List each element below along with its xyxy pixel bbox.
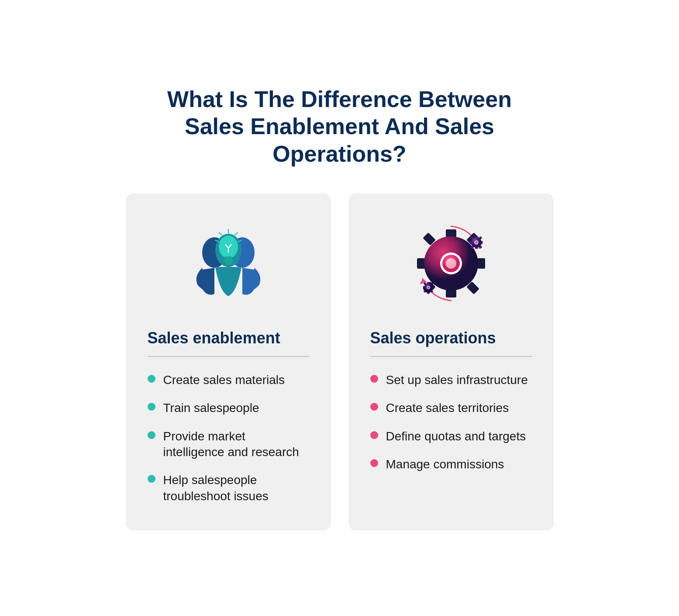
list-item-text: Set up sales infrastructure <box>386 372 528 388</box>
list-item: Provide market intelligence and research <box>148 429 309 460</box>
list-item-text: Define quotas and targets <box>386 429 526 444</box>
svg-rect-6 <box>225 261 231 265</box>
list-item-text: Create sales territories <box>386 400 509 416</box>
list-item: Train salespeople <box>148 400 309 416</box>
svg-rect-19 <box>477 258 485 269</box>
bullet-icon <box>148 475 155 483</box>
list-item-text: Provide market intelligence and research <box>163 429 309 460</box>
svg-line-11 <box>235 232 238 235</box>
bullet-icon <box>370 403 378 411</box>
sales-enablement-icon <box>148 215 309 311</box>
sales-enablement-divider <box>148 356 309 357</box>
svg-point-50 <box>427 286 429 288</box>
list-item: Define quotas and targets <box>370 429 532 444</box>
bullet-icon <box>370 431 378 439</box>
list-item-text: Manage commissions <box>386 457 504 472</box>
svg-point-28 <box>446 258 456 269</box>
svg-line-12 <box>219 232 222 235</box>
list-item: Create sales materials <box>148 372 309 388</box>
svg-point-3 <box>219 235 238 258</box>
list-item-text: Create sales materials <box>163 372 285 388</box>
svg-rect-17 <box>446 229 456 237</box>
sales-enablement-list: Create sales materials Train salespeople… <box>148 372 309 504</box>
bullet-icon <box>148 431 155 439</box>
sales-operations-card: Sales operations Set up sales infrastruc… <box>348 194 554 530</box>
sales-operations-icon <box>370 215 532 311</box>
sales-operations-divider <box>370 356 532 357</box>
list-item-text: Help salespeople troubleshoot issues <box>163 472 309 504</box>
sales-enablement-card: Sales enablement Create sales materials … <box>126 194 331 530</box>
svg-rect-18 <box>446 290 456 298</box>
list-item-text: Train salespeople <box>163 400 259 416</box>
sales-operations-list: Set up sales infrastructure Create sales… <box>370 372 532 473</box>
bullet-icon <box>370 459 378 467</box>
page-title: What Is The Difference Between Sales Ena… <box>143 86 536 167</box>
sales-operations-title: Sales operations <box>370 329 532 347</box>
cards-container: Sales enablement Create sales materials … <box>126 194 554 530</box>
list-item: Set up sales infrastructure <box>370 372 532 388</box>
sales-enablement-title: Sales enablement <box>148 329 309 347</box>
list-item: Create sales territories <box>370 400 532 416</box>
bullet-icon <box>148 375 155 383</box>
svg-rect-20 <box>417 258 425 269</box>
list-item: Help salespeople troubleshoot issues <box>148 472 309 504</box>
page-container: What Is The Difference Between Sales Ena… <box>100 64 580 553</box>
svg-point-39 <box>475 241 477 244</box>
bullet-icon <box>148 403 155 411</box>
list-item: Manage commissions <box>370 457 532 472</box>
bullet-icon <box>370 375 378 383</box>
